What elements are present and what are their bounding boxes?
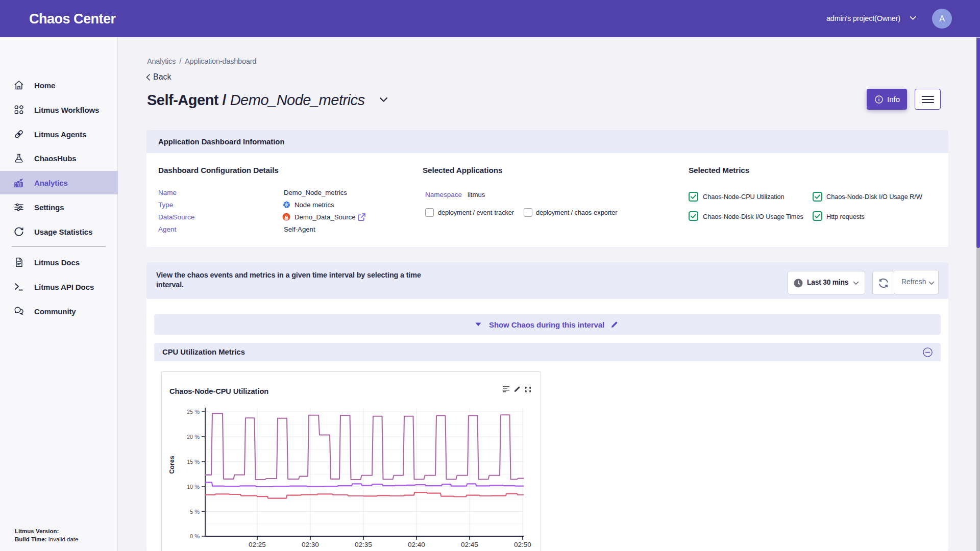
- svg-text:20 %: 20 %: [187, 434, 200, 440]
- svg-text:0 %: 0 %: [190, 533, 200, 539]
- svg-text:10 %: 10 %: [187, 484, 200, 490]
- svg-text:02:30: 02:30: [302, 541, 319, 548]
- svg-text:02:45: 02:45: [461, 541, 478, 548]
- svg-text:Cores: Cores: [168, 456, 176, 473]
- svg-text:02:25: 02:25: [249, 541, 266, 548]
- svg-text:02:40: 02:40: [408, 541, 425, 548]
- svg-text:02:50: 02:50: [514, 541, 531, 548]
- svg-text:02:35: 02:35: [355, 541, 372, 548]
- svg-text:15 %: 15 %: [187, 459, 200, 465]
- svg-text:5 %: 5 %: [190, 509, 200, 515]
- svg-text:25 %: 25 %: [187, 409, 200, 415]
